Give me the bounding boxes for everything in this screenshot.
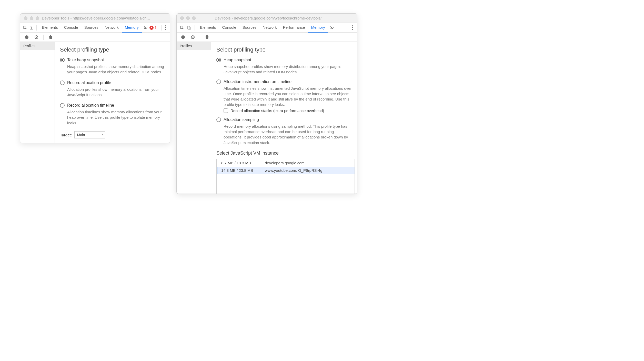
sidebar-item-profiles[interactable]: Profiles [20, 42, 55, 50]
tab-sources[interactable]: Sources [239, 23, 260, 33]
radio-icon[interactable] [60, 58, 65, 62]
traffic-lights[interactable] [24, 16, 39, 20]
option-desc: Allocation timelines show instrumented J… [224, 86, 352, 107]
tab-network[interactable]: Network [260, 23, 280, 33]
profiles-sidebar: Profiles [177, 42, 211, 194]
option-desc: Allocation timelines show memory allocat… [67, 109, 165, 126]
window-titlebar: Developer Tools - https://developers.goo… [20, 14, 170, 23]
target-select[interactable]: Main [74, 131, 105, 138]
profiles-sidebar: Profiles [20, 42, 55, 143]
option-desc: Allocation profiles show memory allocati… [67, 87, 165, 98]
tab-console[interactable]: Console [219, 23, 239, 33]
profile-option-allocation-sampling[interactable]: Allocation sampling [216, 117, 352, 122]
svg-rect-1 [32, 27, 33, 29]
tab-elements[interactable]: Elements [39, 23, 61, 33]
menu-icon[interactable] [164, 25, 168, 30]
window-titlebar: DevTools - developers.google.com/web/too… [177, 14, 357, 23]
profiles-toolbar [177, 33, 357, 42]
window-title: Developer Tools - https://developers.goo… [42, 16, 151, 20]
option-desc: Record memory allocations using sampling… [224, 124, 352, 145]
tab-sources[interactable]: Sources [81, 23, 102, 33]
record-icon[interactable] [180, 34, 186, 41]
vm-name: www.youtube.com: G_P6rpRSr4g [265, 168, 322, 173]
sidebar-item-profiles[interactable]: Profiles [177, 42, 211, 50]
profile-option-allocation-profile[interactable]: Record allocation profile [60, 81, 165, 85]
traffic-lights[interactable] [180, 16, 196, 20]
device-icon[interactable] [29, 24, 35, 31]
record-allocation-stacks-checkbox[interactable]: Record allocation stacks (extra performa… [224, 108, 352, 113]
radio-icon[interactable] [60, 81, 65, 85]
menu-icon[interactable] [350, 25, 355, 30]
vm-instance-row[interactable]: 14.3 MB / 23.8 MB www.youtube.com: G_P6r… [217, 167, 355, 174]
vm-name: developers.google.com [265, 161, 305, 165]
radio-icon[interactable] [216, 58, 221, 62]
radio-icon[interactable] [216, 117, 221, 122]
clear-icon[interactable] [33, 34, 40, 41]
tab-console[interactable]: Console [61, 23, 81, 33]
vm-size: 14.3 MB / 23.8 MB [221, 168, 265, 173]
vm-instance-row[interactable]: 8.7 MB / 13.3 MB developers.google.com [217, 159, 355, 167]
profiles-toolbar [20, 33, 170, 42]
tab-network[interactable]: Network [102, 23, 122, 33]
error-badge[interactable]: ✕1 [149, 26, 157, 30]
devtools-tabbar: Elements Console Sources Network Perform… [177, 23, 357, 33]
vm-instance-heading: Select JavaScript VM instance [216, 151, 352, 156]
vm-size: 8.7 MB / 13.3 MB [221, 161, 265, 165]
profile-option-heap-snapshot[interactable]: Take heap snapshot [60, 58, 165, 62]
page-title: Select profiling type [60, 46, 165, 53]
profile-option-heap-snapshot[interactable]: Heap snapshot [216, 58, 352, 62]
inspect-icon[interactable] [22, 24, 28, 31]
tab-elements[interactable]: Elements [197, 23, 219, 33]
window-title: DevTools - developers.google.com/web/too… [198, 16, 338, 20]
svg-rect-3 [189, 27, 191, 29]
more-tabs-icon[interactable] [142, 24, 148, 31]
radio-icon[interactable] [216, 79, 221, 84]
clear-icon[interactable] [189, 34, 196, 41]
record-icon[interactable] [23, 34, 30, 41]
option-desc: Heap snapshot profiles show memory distr… [224, 64, 352, 75]
tab-performance[interactable]: Performance [280, 23, 308, 33]
option-desc: Heap snapshot profiles show memory distr… [67, 64, 165, 75]
device-icon[interactable] [186, 24, 193, 31]
tab-memory[interactable]: Memory [308, 23, 328, 33]
vm-instance-list: 8.7 MB / 13.3 MB developers.google.com 1… [216, 159, 355, 194]
radio-icon[interactable] [60, 103, 65, 108]
profile-option-allocation-timeline[interactable]: Allocation instrumentation on timeline [216, 79, 352, 84]
profile-option-allocation-timeline[interactable]: Record allocation timeline [60, 103, 165, 108]
tab-memory[interactable]: Memory [122, 23, 142, 33]
page-title: Select profiling type [216, 46, 352, 53]
trash-icon[interactable] [47, 34, 54, 41]
more-tabs-icon[interactable] [328, 24, 335, 31]
trash-icon[interactable] [204, 34, 210, 41]
checkbox-icon[interactable] [224, 108, 228, 113]
devtools-tabbar: Elements Console Sources Network Memory … [20, 23, 170, 33]
inspect-icon[interactable] [179, 24, 185, 31]
target-label: Target: [60, 133, 72, 137]
